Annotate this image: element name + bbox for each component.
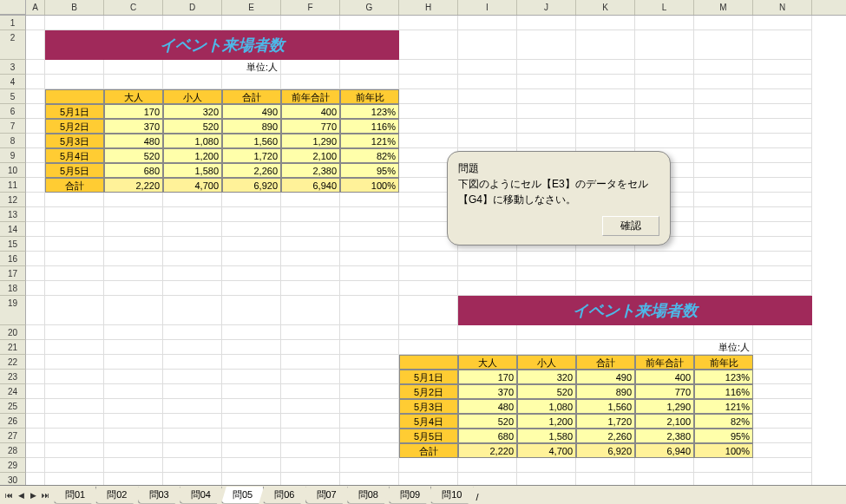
cell[interactable] — [753, 252, 812, 266]
cell[interactable] — [45, 252, 104, 266]
col-header[interactable]: B — [45, 0, 104, 15]
cell[interactable] — [458, 60, 517, 75]
cell[interactable] — [222, 429, 281, 443]
row-header[interactable]: 2 — [0, 30, 26, 60]
cell[interactable] — [753, 266, 812, 281]
cell[interactable] — [163, 281, 222, 296]
cell[interactable] — [26, 30, 45, 60]
cell[interactable] — [222, 384, 281, 399]
row-header[interactable]: 7 — [0, 119, 26, 134]
cell[interactable] — [458, 325, 517, 340]
cell[interactable] — [576, 89, 635, 104]
cell[interactable] — [694, 473, 753, 485]
cell[interactable] — [340, 281, 399, 296]
cell[interactable] — [517, 281, 576, 296]
cell[interactable] — [753, 325, 812, 340]
cell[interactable] — [281, 60, 340, 75]
cell[interactable] — [26, 193, 45, 207]
cell[interactable] — [399, 340, 458, 355]
cell[interactable] — [45, 60, 104, 75]
cell[interactable] — [104, 458, 163, 473]
row-header[interactable]: 10 — [0, 163, 26, 178]
cell[interactable] — [635, 119, 694, 134]
cell[interactable] — [458, 281, 517, 296]
cell[interactable] — [753, 340, 812, 355]
cell[interactable] — [399, 325, 458, 340]
cell[interactable] — [576, 340, 635, 355]
row-header[interactable]: 9 — [0, 148, 26, 163]
cell[interactable] — [104, 207, 163, 222]
cell[interactable] — [694, 148, 753, 163]
cell[interactable] — [753, 104, 812, 119]
cell[interactable] — [163, 473, 222, 485]
cell[interactable] — [163, 370, 222, 384]
cell[interactable] — [694, 178, 753, 193]
cell[interactable] — [163, 207, 222, 222]
cell[interactable] — [45, 266, 104, 281]
cell[interactable] — [458, 473, 517, 485]
cell[interactable] — [694, 325, 753, 340]
cell[interactable] — [340, 207, 399, 222]
cell[interactable] — [222, 281, 281, 296]
cell[interactable] — [104, 296, 163, 325]
sheet-tab[interactable]: 問08 — [347, 487, 390, 504]
cell[interactable] — [340, 252, 399, 266]
cell[interactable] — [163, 266, 222, 281]
cell[interactable] — [576, 473, 635, 485]
cell[interactable] — [163, 252, 222, 266]
cell[interactable] — [26, 281, 45, 296]
cell[interactable] — [694, 266, 753, 281]
cell[interactable] — [753, 370, 812, 384]
cell[interactable] — [458, 119, 517, 134]
cell[interactable] — [104, 281, 163, 296]
cell[interactable] — [222, 237, 281, 252]
cell[interactable] — [635, 89, 694, 104]
cell[interactable] — [26, 325, 45, 340]
cell[interactable] — [753, 384, 812, 399]
row-header[interactable]: 20 — [0, 325, 26, 340]
cell[interactable] — [635, 252, 694, 266]
cell[interactable] — [694, 30, 753, 60]
cell[interactable] — [163, 429, 222, 443]
cell[interactable] — [753, 355, 812, 370]
cell[interactable] — [104, 370, 163, 384]
cell[interactable] — [26, 370, 45, 384]
cell[interactable] — [340, 355, 399, 370]
cell[interactable] — [222, 340, 281, 355]
cell[interactable] — [163, 414, 222, 429]
cell[interactable] — [26, 60, 45, 75]
cell[interactable] — [635, 75, 694, 89]
cell[interactable] — [458, 458, 517, 473]
cell[interactable] — [340, 429, 399, 443]
cell[interactable] — [45, 370, 104, 384]
table-header[interactable] — [45, 89, 104, 104]
cell[interactable] — [281, 473, 340, 485]
cell[interactable] — [45, 325, 104, 340]
cell[interactable] — [26, 178, 45, 193]
cell[interactable] — [458, 75, 517, 89]
cell[interactable] — [163, 16, 222, 30]
cell[interactable] — [45, 75, 104, 89]
cell[interactable] — [163, 222, 222, 237]
cell[interactable] — [517, 16, 576, 30]
cell[interactable] — [340, 443, 399, 458]
cell[interactable] — [340, 75, 399, 89]
row-header[interactable]: 11 — [0, 178, 26, 193]
cell[interactable] — [26, 340, 45, 355]
cell[interactable] — [399, 75, 458, 89]
cells-area[interactable]: 単位:人大人小人合計前年合計前年比5月1日170320490400123%5月2… — [26, 16, 846, 485]
cell[interactable] — [104, 325, 163, 340]
cell[interactable] — [753, 414, 812, 429]
cell[interactable] — [104, 266, 163, 281]
cell[interactable] — [399, 296, 458, 325]
cell[interactable] — [694, 163, 753, 178]
sheet-tab[interactable]: 問07 — [305, 487, 348, 504]
cell[interactable] — [222, 16, 281, 30]
cell[interactable] — [281, 237, 340, 252]
cell[interactable] — [399, 252, 458, 266]
cell[interactable] — [576, 60, 635, 75]
sheet-tab[interactable]: 問05 — [221, 487, 264, 504]
cell[interactable] — [399, 16, 458, 30]
row-header[interactable]: 30 — [0, 473, 26, 485]
col-header[interactable]: F — [281, 0, 340, 15]
